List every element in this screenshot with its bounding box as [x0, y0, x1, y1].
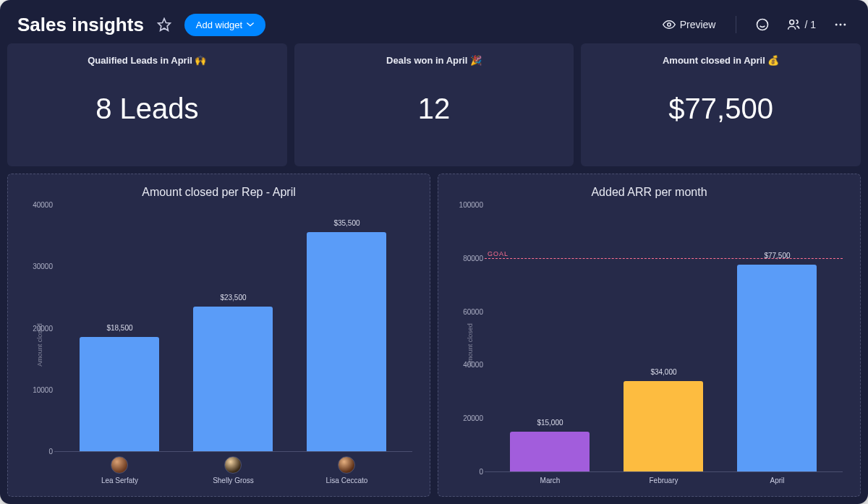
bar: $23,500: [193, 205, 273, 451]
bar-rect: $15,000: [510, 432, 590, 471]
bars: $18,500$23,500$35,500: [54, 205, 412, 451]
bars: $15,000$34,000$77,500: [485, 205, 843, 471]
x-category-label: Lea Serfaty: [101, 477, 138, 484]
kpi-value: 12: [307, 69, 561, 155]
bar-rect: $77,500: [737, 265, 817, 471]
svg-point-2: [757, 20, 768, 30]
bar: $18,500: [80, 205, 159, 451]
x-category-label: February: [649, 477, 678, 484]
preview-button[interactable]: Preview: [658, 14, 720, 35]
kpi-title: Deals won in April 🎉: [307, 55, 561, 66]
bar-value-label: $34,000: [616, 368, 711, 376]
y-tick: 100000: [454, 201, 483, 209]
bar-value-label: $18,500: [72, 324, 167, 332]
add-widget-button[interactable]: Add widget: [184, 14, 265, 36]
dashboard-app: Sales insights Add widget Preview / 1 Qu…: [0, 0, 868, 504]
svg-point-6: [843, 24, 846, 26]
bar: $77,500: [737, 205, 817, 471]
y-tick: 0: [454, 468, 483, 476]
kpi-title: Qualified Leads in April 🙌: [20, 55, 274, 66]
kpi-card-deals[interactable]: Deals won in April 🎉 12: [294, 43, 574, 166]
y-tick: 30000: [24, 262, 53, 270]
goal-line: GOAL: [485, 258, 843, 259]
bar-value-label: $15,000: [502, 419, 597, 427]
more-menu-button[interactable]: [830, 14, 851, 35]
svg-point-1: [667, 23, 671, 27]
eye-icon: [663, 18, 676, 31]
feedback-button[interactable]: [752, 14, 773, 35]
smile-circle-icon: [755, 17, 770, 32]
plot: $15,000$34,000$77,500 020000400006000080…: [485, 205, 843, 484]
y-tick: 20000: [24, 324, 53, 332]
header: Sales insights Add widget Preview / 1: [0, 0, 868, 43]
chart-title: Amount closed per Rep - April: [21, 186, 417, 199]
avatar: [224, 456, 242, 474]
x-axis-categories: Lea SerfatyShelly GrossLisa Ceccato: [54, 452, 412, 484]
kpi-title: Amount closed in April 💰: [594, 55, 848, 66]
chart-title: Added ARR per month: [451, 186, 847, 199]
y-tick: 80000: [454, 254, 483, 262]
chart-body: Amount closed $18,500$23,500$35,500 0100…: [21, 205, 417, 484]
x-category: March: [510, 477, 590, 484]
x-category-label: April: [770, 477, 784, 484]
plot-area: $15,000$34,000$77,500 020000400006000080…: [485, 205, 843, 472]
goal-label: GOAL: [488, 250, 509, 257]
svg-marker-0: [158, 19, 171, 31]
bar-rect: $18,500: [80, 337, 159, 451]
y-tick: 0: [24, 448, 53, 456]
kpi-card-leads[interactable]: Qualified Leads in April 🙌 8 Leads: [7, 43, 287, 166]
y-tick: 10000: [24, 385, 53, 393]
people-icon: [787, 17, 801, 32]
avatar: [111, 456, 128, 474]
preview-label: Preview: [680, 19, 716, 30]
svg-point-3: [790, 20, 794, 25]
x-category: April: [737, 477, 817, 484]
dots-horizontal-icon: [833, 17, 848, 32]
x-category: Lisa Ceccato: [307, 456, 386, 484]
x-category-label: Lisa Ceccato: [326, 477, 368, 484]
x-category-label: Shelly Gross: [213, 477, 254, 484]
x-axis-categories: MarchFebruaryApril: [485, 472, 843, 484]
dashboard-grid: Qualified Leads in April 🙌 8 Leads Deals…: [0, 43, 868, 504]
bar-rect: $34,000: [624, 381, 703, 471]
x-category-label: March: [540, 477, 561, 484]
svg-point-5: [840, 24, 842, 26]
kpi-value: 8 Leads: [20, 69, 274, 155]
bar-rect: $23,500: [193, 307, 273, 451]
kpi-card-amount[interactable]: Amount closed in April 💰 $77,500: [581, 43, 861, 166]
bar-value-label: $23,500: [185, 294, 281, 302]
page-title: Sales insights: [17, 14, 144, 36]
y-axis-label: Amount closed: [467, 323, 474, 367]
chevron-down-icon: [247, 21, 254, 28]
divider: [736, 16, 736, 33]
y-tick: 40000: [454, 361, 483, 369]
people-count: / 1: [804, 19, 816, 30]
star-icon: [157, 17, 171, 32]
share-people-button[interactable]: / 1: [783, 13, 820, 36]
y-tick: 20000: [454, 414, 483, 422]
favorite-star-button[interactable]: [154, 14, 174, 35]
y-tick: 40000: [24, 201, 53, 209]
bar-value-label: $35,500: [299, 219, 394, 227]
bar-rect: $35,500: [307, 232, 386, 451]
add-widget-label: Add widget: [196, 20, 242, 30]
plot-area: $18,500$23,500$35,500 010000200003000040…: [54, 205, 412, 452]
x-category: Shelly Gross: [193, 456, 273, 484]
svg-point-4: [835, 24, 838, 26]
bar: $35,500: [307, 205, 386, 451]
chart-card-arr-per-month[interactable]: Added ARR per month Amount closed $15,00…: [438, 174, 861, 497]
avatar: [338, 456, 355, 474]
bar: $15,000: [510, 205, 590, 471]
kpi-value: $77,500: [594, 69, 848, 155]
chart-card-amount-per-rep[interactable]: Amount closed per Rep - April Amount clo…: [7, 174, 430, 497]
x-category: February: [624, 477, 703, 484]
bar: $34,000: [624, 205, 703, 471]
chart-body: Amount closed $15,000$34,000$77,500 0200…: [451, 205, 847, 484]
y-tick: 60000: [454, 307, 483, 315]
plot: $18,500$23,500$35,500 010000200003000040…: [54, 205, 412, 484]
x-category: Lea Serfaty: [80, 456, 159, 484]
